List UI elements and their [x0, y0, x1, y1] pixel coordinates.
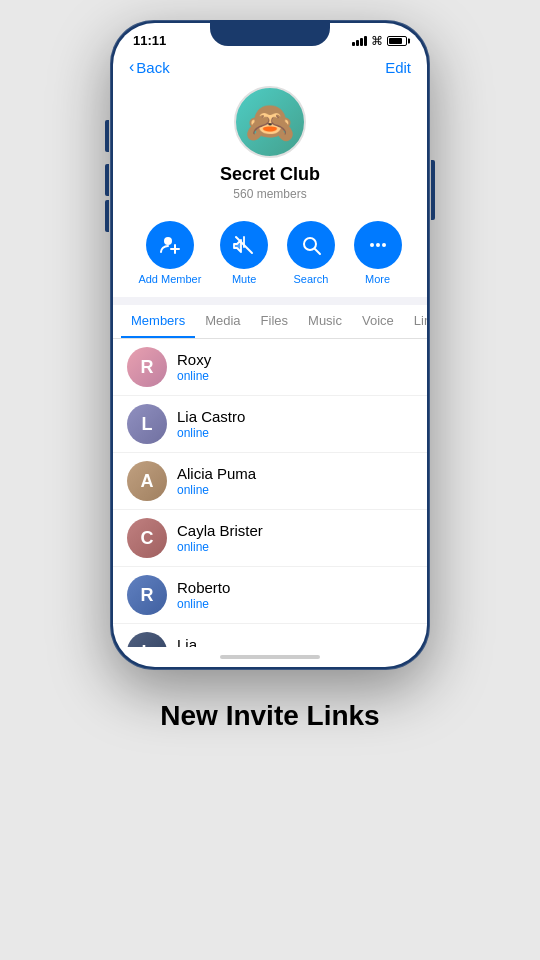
member-status: online [177, 540, 263, 554]
page-wrapper: 11:11 ⌘ ‹ Ba [0, 0, 540, 960]
list-item[interactable]: L Lia Castro online [113, 396, 427, 453]
member-info: Lia online [177, 636, 209, 647]
add-member-icon-circle [146, 221, 194, 269]
member-info: Cayla Brister online [177, 522, 263, 554]
list-item[interactable]: C Cayla Brister online [113, 510, 427, 567]
notch [210, 20, 330, 46]
svg-point-4 [304, 238, 316, 250]
list-item[interactable]: R Roxy online [113, 339, 427, 396]
group-profile: 🙈 Secret Club 560 members [113, 80, 427, 213]
member-status: online [177, 369, 211, 383]
svg-point-0 [164, 237, 172, 245]
search-button[interactable]: Search [287, 221, 335, 285]
nav-bar: ‹ Back Edit [113, 52, 427, 80]
search-icon [300, 234, 322, 256]
wifi-icon: ⌘ [371, 34, 383, 48]
search-icon-circle [287, 221, 335, 269]
section-divider [113, 297, 427, 305]
member-status: online [177, 597, 230, 611]
group-name: Secret Club [220, 164, 320, 185]
chevron-left-icon: ‹ [129, 58, 134, 76]
home-bar [220, 655, 320, 659]
list-item[interactable]: R Roberto online [113, 567, 427, 624]
tabs-bar: Members Media Files Music Voice Lin… [113, 305, 427, 339]
member-name: Roberto [177, 579, 230, 596]
member-avatar: A [127, 461, 167, 501]
back-button[interactable]: ‹ Back [129, 58, 170, 76]
member-info: Roxy online [177, 351, 211, 383]
search-label: Search [293, 273, 328, 285]
member-name: Roxy [177, 351, 211, 368]
member-avatar: L [127, 632, 167, 647]
more-button[interactable]: More [354, 221, 402, 285]
member-avatar: R [127, 575, 167, 615]
member-name: Alicia Puma [177, 465, 256, 482]
more-icon [367, 234, 389, 256]
member-info: Lia Castro online [177, 408, 245, 440]
member-avatar: L [127, 404, 167, 444]
member-name: Cayla Brister [177, 522, 263, 539]
member-name: Lia Castro [177, 408, 245, 425]
group-avatar-emoji: 🙈 [245, 99, 295, 146]
tab-media[interactable]: Media [195, 305, 250, 338]
more-icon-circle [354, 221, 402, 269]
svg-point-7 [376, 243, 380, 247]
svg-point-8 [382, 243, 386, 247]
add-member-button[interactable]: Add Member [138, 221, 201, 285]
mute-button[interactable]: Mute [220, 221, 268, 285]
page-title: New Invite Links [160, 700, 379, 732]
battery-icon [387, 36, 407, 46]
mute-icon-circle [220, 221, 268, 269]
add-member-label: Add Member [138, 273, 201, 285]
list-item[interactable]: L Lia online [113, 624, 427, 647]
phone-screen: 11:11 ⌘ ‹ Ba [113, 23, 427, 667]
tab-links[interactable]: Lin… [404, 305, 427, 338]
member-info: Roberto online [177, 579, 230, 611]
action-buttons: Add Member Mute [113, 213, 427, 297]
edit-button[interactable]: Edit [385, 59, 411, 76]
add-member-icon [159, 234, 181, 256]
member-name: Lia [177, 636, 209, 647]
back-label: Back [136, 59, 169, 76]
status-icons: ⌘ [352, 34, 407, 48]
signal-icon [352, 36, 367, 46]
member-status: online [177, 426, 245, 440]
member-avatar: C [127, 518, 167, 558]
group-avatar: 🙈 [234, 86, 306, 158]
members-list: R Roxy online L Lia Castro online A Alic… [113, 339, 427, 647]
home-indicator [113, 647, 427, 667]
svg-point-6 [370, 243, 374, 247]
member-status: online [177, 483, 256, 497]
group-members-count: 560 members [233, 187, 306, 201]
status-time: 11:11 [133, 33, 166, 48]
tab-music[interactable]: Music [298, 305, 352, 338]
phone-shell: 11:11 ⌘ ‹ Ba [110, 20, 430, 670]
list-item[interactable]: A Alicia Puma online [113, 453, 427, 510]
member-info: Alicia Puma online [177, 465, 256, 497]
svg-line-5 [315, 249, 320, 254]
tab-voice[interactable]: Voice [352, 305, 404, 338]
mute-label: Mute [232, 273, 256, 285]
mute-icon [233, 234, 255, 256]
member-avatar: R [127, 347, 167, 387]
tab-files[interactable]: Files [251, 305, 298, 338]
tab-members[interactable]: Members [121, 305, 195, 338]
more-label: More [365, 273, 390, 285]
